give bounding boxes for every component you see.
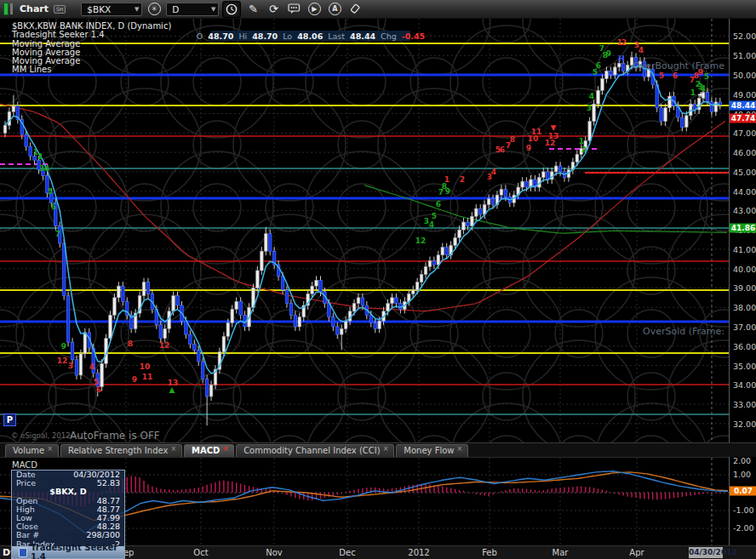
close-icon[interactable]: ×	[47, 445, 53, 453]
count-annotation: 12	[159, 341, 170, 350]
count-annotation: 12	[57, 357, 68, 365]
tab-label: Commodity Channel Index (CCI)	[243, 446, 381, 455]
data-window[interactable]: Date04/30/2012Price52.83 $BKX, D Open48.…	[11, 470, 125, 559]
count-annotation: 9	[132, 375, 137, 384]
macd-value-badge: 0.07	[730, 486, 756, 495]
price-chart-svg[interactable]: 123456791234568910111213▲123456789123456…	[0, 19, 729, 442]
chart-window: { "window": {"title": "Chart", "badge": …	[0, 0, 756, 559]
price-tick-label: 39.00	[733, 283, 756, 293]
macd-pane-label: MACD	[12, 460, 37, 470]
callout-icon	[288, 3, 301, 14]
circular-arrow-icon: ⟳	[269, 3, 278, 15]
count-annotation: 6	[500, 145, 505, 154]
indicator-tab-row: Volume×Relative Strength Index×MACD×Comm…	[0, 442, 756, 457]
price-tick-label: 32.00	[733, 419, 756, 428]
count-annotation: 5	[48, 187, 53, 196]
count-annotation: 12	[415, 237, 427, 245]
oversold-label: OverSold (Frame:	[643, 326, 724, 337]
close-icon[interactable]: ×	[170, 445, 176, 453]
high-label: Hi	[238, 31, 247, 41]
count-annotation: 9	[606, 49, 611, 58]
low-value: 48.06	[297, 31, 323, 41]
draw-button[interactable]: ✎	[244, 2, 261, 17]
count-annotation: 7	[55, 230, 60, 238]
count-annotation: 34	[39, 164, 50, 173]
macd-tick-label: 1.00	[733, 470, 751, 479]
high-value: 48.70	[252, 31, 278, 41]
erase-button[interactable]	[346, 2, 364, 17]
change-value: -0.45	[402, 31, 425, 41]
month-label-feb: Feb	[482, 548, 497, 557]
month-label-mar: Mar	[553, 548, 569, 557]
count-annotation: 9	[445, 187, 450, 196]
symbol-input[interactable]: $BKX ▼	[81, 3, 142, 16]
price-tick-label: 50.00	[733, 71, 756, 80]
a-circle-icon: A	[329, 3, 341, 15]
symbol-settings-button[interactable]: ✳	[146, 2, 163, 17]
open-label: O	[197, 31, 203, 41]
tab-label: Volume	[13, 446, 44, 455]
close-icon[interactable]: ×	[222, 445, 228, 453]
count-annotation: 5	[432, 212, 437, 220]
price-tick-label: 47.00	[733, 128, 756, 138]
gear-icon: ✳	[148, 3, 161, 15]
count-annotation: +	[697, 90, 704, 99]
price-tick-label: 52.00	[733, 31, 756, 41]
count-annotation: 6	[96, 385, 101, 394]
price-axis[interactable]: 52.0051.0050.0049.0048.0047.0046.0045.00…	[729, 19, 756, 442]
reload-button[interactable]: ⟳	[265, 2, 282, 17]
price-chart-pane[interactable]: 123456791234568910111213▲123456789123456…	[0, 19, 729, 442]
count-annotation: 2	[460, 175, 465, 184]
chevron-down-icon[interactable]: ▼	[135, 6, 139, 13]
title-badge: SH	[54, 5, 66, 14]
p-marker-badge[interactable]: P	[3, 414, 16, 426]
count-annotation: 2	[581, 145, 587, 154]
last-label: Last	[328, 31, 345, 41]
window-control-icon[interactable]	[3, 3, 13, 15]
count-annotation: 4	[491, 168, 496, 176]
price-tick-label: 38.00	[733, 303, 756, 312]
auto-annotate-button[interactable]: A	[326, 2, 343, 17]
last-price-badge: 48.44	[730, 100, 756, 110]
macd-tick-label: 2.00	[733, 457, 751, 465]
month-label-oct: Oct	[193, 548, 208, 557]
data-window-row: Bar #298/300	[12, 531, 124, 539]
price-tick-label: 45.00	[733, 167, 756, 176]
count-annotation: 1	[690, 88, 696, 97]
pencil-icon: ✎	[249, 3, 258, 15]
close-icon[interactable]: ×	[457, 445, 463, 453]
tab-label: MACD	[192, 446, 220, 455]
time-interval-button[interactable]	[222, 1, 241, 18]
price-tick-label: 44.00	[733, 186, 756, 196]
data-window-titlebar[interactable]: Tradesight Seeker 1.4	[12, 546, 124, 558]
count-annotation: 4	[429, 220, 434, 229]
price-tick-label: 35.00	[733, 361, 756, 370]
copyright-text: © eSignal, 2012	[11, 431, 71, 440]
price-tick-label: 46.00	[733, 148, 756, 157]
count-annotation: 4	[589, 92, 594, 100]
count-annotation: 8	[128, 339, 133, 348]
month-label-nov: Nov	[266, 548, 283, 557]
count-annotation: 3	[68, 362, 73, 370]
count-annotation: ▲	[169, 385, 175, 394]
symbol-value: $BKX	[87, 4, 111, 14]
chart-legend: $BKX,KBW BANK INDEX, D (Dynamic) Tradesi…	[12, 22, 171, 75]
price-tick-label: 37.00	[733, 322, 756, 332]
price-tick-label: 49.00	[733, 89, 756, 99]
price-tick-label: 41.00	[733, 244, 756, 254]
quote-board-button[interactable]	[285, 2, 302, 17]
macd-axis[interactable]: 2.001.00-1.00-2.000.07	[729, 457, 756, 545]
close-icon[interactable]: ×	[383, 445, 389, 453]
macd-tick-label: -2.00	[733, 523, 754, 533]
replay-button[interactable]: ▶	[306, 2, 323, 17]
count-annotation: 6	[436, 200, 441, 208]
overbought-label: OverBought (Frame	[633, 60, 724, 71]
price-tick-label: 43.00	[733, 206, 756, 215]
chevron-down-icon[interactable]: ▼	[211, 6, 215, 13]
count-annotation: H	[618, 54, 625, 63]
tab-label: Money Flow	[404, 446, 454, 455]
interval-select[interactable]: D ▼	[166, 3, 219, 16]
count-annotation: 1	[444, 175, 450, 184]
eraser-icon	[350, 3, 361, 14]
last-value: 48.44	[350, 31, 375, 41]
